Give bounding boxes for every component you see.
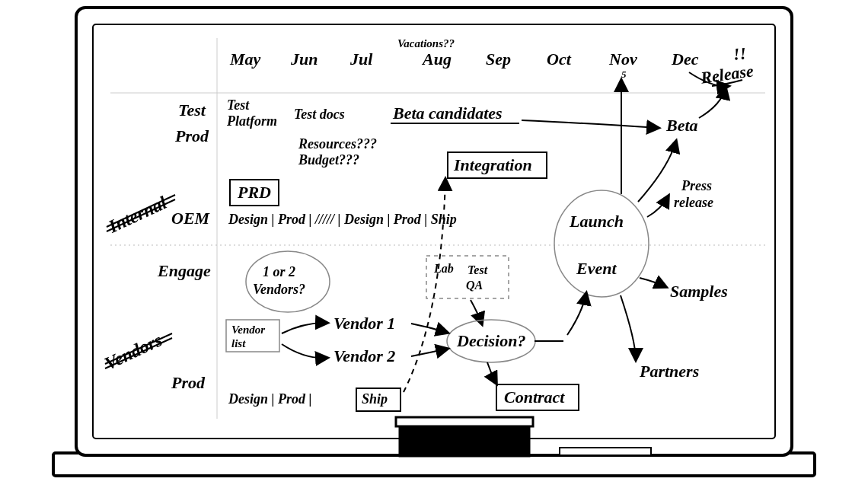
lab: Lab <box>433 262 454 275</box>
decision-label: Decision? <box>456 331 525 350</box>
vendor2: Vendor 2 <box>333 346 395 365</box>
eraser <box>400 423 529 456</box>
vendor-list-2: list <box>231 337 246 349</box>
row-prod1: Prod <box>174 126 209 145</box>
eraser-top <box>396 417 533 426</box>
month-aug: Aug <box>421 49 452 69</box>
marker <box>560 448 651 455</box>
row-test: Test <box>178 100 206 120</box>
press-1: Press <box>681 178 712 193</box>
month-nov: Nov <box>608 49 637 69</box>
row-engage: Engage <box>157 261 211 280</box>
resources: Resources??? <box>298 136 377 152</box>
press-2: release <box>674 195 713 210</box>
integration-label: Integration <box>453 155 532 174</box>
launch-label: Launch <box>569 212 624 231</box>
beta-label: Beta <box>665 116 698 135</box>
vendor-list-1: Vendor <box>231 324 265 336</box>
testqa-2: QA <box>466 279 483 292</box>
partners-label: Partners <box>639 362 699 381</box>
month-dec: Dec <box>671 49 699 69</box>
vendor1: Vendor 1 <box>333 314 395 333</box>
whiteboard-diagram: May Jun Jul Aug Vacations?? Sep Oct Nov … <box>0 0 868 488</box>
one-or-two-2: Vendors? <box>253 282 305 297</box>
testqa-1: Test <box>468 263 488 276</box>
row-prod2: Prod <box>171 373 206 392</box>
nov-5: 5 <box>621 69 627 80</box>
month-jul: Jul <box>349 49 373 69</box>
prod2-seq: Design | Prod | <box>228 391 311 407</box>
month-jun: Jun <box>290 49 318 69</box>
one-or-two-1: 1 or 2 <box>263 264 295 279</box>
event-label: Event <box>576 259 617 278</box>
prd-label: PRD <box>237 183 271 202</box>
beta-candidates: Beta candidates <box>392 104 503 123</box>
bang: !! <box>732 43 748 64</box>
row-oem: OEM <box>171 209 211 228</box>
month-may: May <box>229 49 261 69</box>
ship-label: Ship <box>362 391 388 407</box>
test-docs: Test docs <box>294 107 345 122</box>
test-platform-2: Platform <box>226 113 277 129</box>
budget: Budget??? <box>298 152 359 167</box>
test-platform-1: Test <box>227 97 250 113</box>
vacations-note: Vacations?? <box>397 37 455 49</box>
contract-label: Contract <box>504 388 565 407</box>
oem-seq: Design | Prod | ///// | Design | Prod | … <box>228 212 457 227</box>
whiteboard-svg: May Jun Jul Aug Vacations?? Sep Oct Nov … <box>0 0 868 488</box>
month-sep: Sep <box>486 49 511 69</box>
samples-label: Samples <box>670 282 728 301</box>
month-oct: Oct <box>547 49 572 69</box>
